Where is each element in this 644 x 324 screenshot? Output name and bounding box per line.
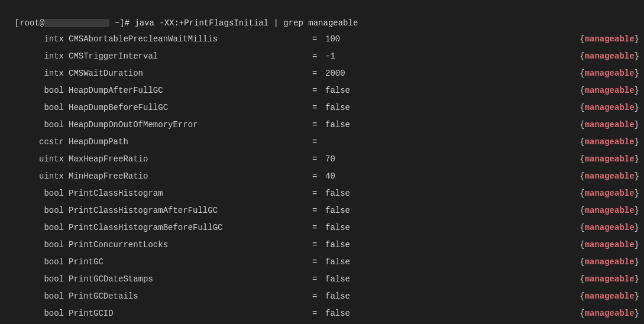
equals-sign: = [312, 136, 322, 148]
hostname-redacted [44, 19, 109, 27]
flag-attr: {manageable} [580, 273, 639, 286]
flag-row: boolPrintGCDateStamps=false{manageable} [5, 271, 639, 288]
equals-sign: = [312, 33, 322, 46]
equals-sign: = [312, 205, 322, 217]
flag-type: bool [5, 222, 64, 234]
flag-type: intx [5, 50, 64, 63]
equals-sign: = [312, 222, 322, 234]
flag-attr: {manageable} [580, 85, 639, 97]
attr-keyword: manageable [585, 291, 635, 301]
flag-type: bool [5, 119, 64, 131]
equals-sign: = [312, 187, 322, 200]
command-text: java -XX:+PrintFlagsInitial | grep manag… [134, 18, 358, 28]
flag-type: ccstr [5, 136, 64, 148]
flag-value: false [322, 85, 580, 97]
flag-row: boolHeapDumpBeforeFullGC=false{manageabl… [5, 99, 639, 116]
attr-keyword: manageable [585, 189, 635, 198]
flag-type: intx [5, 33, 64, 46]
flag-attr: {manageable} [580, 256, 639, 268]
flag-row: uintxMinHeapFreeRatio=40{manageable} [5, 168, 639, 185]
flag-attr: {manageable} [580, 307, 639, 320]
flag-value: 100 [322, 33, 580, 46]
equals-sign: = [312, 170, 322, 183]
flag-attr: {manageable} [580, 67, 639, 80]
flag-name: CMSTriggerInterval [64, 50, 312, 63]
flag-row: ccstrHeapDumpPath={manageable} [5, 134, 639, 151]
attr-keyword: manageable [585, 154, 635, 164]
attr-keyword: manageable [585, 171, 635, 181]
flag-value: 40 [322, 170, 580, 183]
attr-keyword: manageable [585, 274, 635, 284]
flag-attr: {manageable} [580, 290, 639, 303]
flag-name: CMSWaitDuration [64, 67, 312, 80]
flag-name: PrintClassHistogram [64, 187, 312, 200]
flag-name: HeapDumpBeforeFullGC [64, 102, 312, 114]
flag-row: boolPrintConcurrentLocks=false{manageabl… [5, 236, 639, 254]
flag-value: 2000 [322, 67, 580, 80]
flag-name: PrintGCDateStamps [64, 273, 312, 286]
flag-attr: {manageable} [580, 205, 639, 217]
flag-name: HeapDumpAfterFullGC [64, 85, 312, 97]
flag-row: intxCMSWaitDuration=2000{manageable} [5, 65, 639, 82]
flag-type: uintx [5, 153, 64, 166]
equals-sign: = [312, 85, 322, 97]
flag-type: bool [5, 256, 64, 268]
flag-value: 70 [322, 153, 580, 166]
flag-type: bool [5, 290, 64, 303]
flag-name: PrintGCID [64, 307, 312, 320]
flag-type: bool [5, 307, 64, 320]
attr-keyword: manageable [585, 120, 635, 129]
flag-value: false [322, 205, 580, 217]
flag-type: bool [5, 187, 64, 200]
flag-attr: {manageable} [580, 222, 639, 234]
flag-value: false [322, 222, 580, 234]
equals-sign: = [312, 67, 322, 80]
flag-row: boolPrintGCID=false{manageable} [5, 305, 639, 322]
flag-name: MaxHeapFreeRatio [64, 153, 312, 166]
flag-value: -1 [322, 50, 580, 63]
flag-row: boolHeapDumpAfterFullGC=false{manageable… [5, 82, 639, 99]
equals-sign: = [312, 119, 322, 131]
equals-sign: = [312, 102, 322, 114]
flag-row: boolPrintClassHistogramAfterFullGC=false… [5, 202, 639, 219]
equals-sign: = [312, 307, 322, 320]
equals-sign: = [312, 256, 322, 268]
flag-name: PrintConcurrentLocks [64, 239, 312, 251]
attr-keyword: manageable [585, 51, 635, 61]
flag-row: boolPrintGCDetails=false{manageable} [5, 288, 639, 305]
equals-sign: = [312, 50, 322, 63]
flag-name: PrintGCDetails [64, 290, 312, 303]
flag-attr: {manageable} [580, 239, 639, 251]
flag-type: bool [5, 273, 64, 286]
flag-attr: {manageable} [580, 170, 639, 183]
flag-value: false [322, 119, 580, 131]
flag-type: bool [5, 85, 64, 97]
flags-output: intxCMSAbortablePrecleanWaitMillis=100{m… [5, 31, 639, 324]
attr-keyword: manageable [585, 137, 635, 147]
attr-keyword: manageable [585, 103, 635, 112]
prompt-suffix: ~]# [109, 18, 134, 28]
equals-sign: = [312, 153, 322, 166]
flag-row: intxCMSAbortablePrecleanWaitMillis=100{m… [5, 31, 639, 48]
attr-keyword: manageable [585, 240, 635, 250]
flag-value: false [322, 239, 580, 251]
equals-sign: = [312, 290, 322, 303]
flag-type: bool [5, 239, 64, 251]
flag-value: false [322, 307, 580, 320]
flag-value: false [322, 102, 580, 114]
flag-value [322, 136, 580, 148]
flag-attr: {manageable} [580, 153, 639, 166]
flag-row: intxCMSTriggerInterval=-1{manageable} [5, 48, 639, 65]
flag-row: uintxMaxHeapFreeRatio=70{manageable} [5, 151, 639, 168]
flag-value: false [322, 273, 580, 286]
flag-name: HeapDumpOnOutOfMemoryError [64, 119, 312, 131]
attr-keyword: manageable [585, 206, 635, 215]
flag-attr: {manageable} [580, 50, 639, 63]
flag-row: boolPrintGC=false{manageable} [5, 254, 639, 271]
flag-row: boolHeapDumpOnOutOfMemoryError=false{man… [5, 116, 639, 134]
attr-keyword: manageable [585, 86, 635, 95]
flag-row: boolPrintClassHistogram=false{manageable… [5, 185, 639, 202]
flag-name: PrintGC [64, 256, 312, 268]
flag-type: bool [5, 205, 64, 217]
flag-type: intx [5, 67, 64, 80]
